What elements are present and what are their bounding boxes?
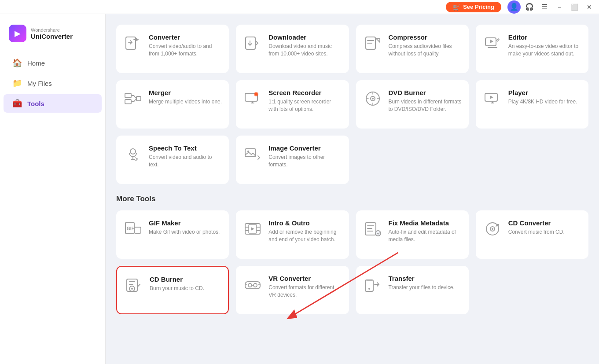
logo-area: ▶ Wondershare UniConverter xyxy=(0,21,105,53)
home-icon: 🏠 xyxy=(12,58,22,68)
fix-media-metadata-desc: Auto-fix and edit metadata of media file… xyxy=(389,228,462,243)
player-desc: Play 4K/8K HD video for free. xyxy=(508,98,577,106)
myfiles-icon: 📁 xyxy=(12,78,22,88)
intro-outro-name: Intro & Outro xyxy=(268,219,342,227)
main-content: Converter Convert video/audio to and fro… xyxy=(106,14,599,325)
dvd-burner-icon xyxy=(363,89,382,108)
svg-rect-22 xyxy=(135,227,141,233)
intro-outro-icon xyxy=(243,219,262,239)
tool-card-intro-outro[interactable]: Intro & Outro Add or remove the beginnin… xyxy=(236,210,349,259)
svg-point-17 xyxy=(130,149,136,154)
transfer-name: Transfer xyxy=(389,275,455,282)
more-tools-grid: GIF GIF Maker Make Gif with video or pho… xyxy=(116,210,588,314)
vr-converter-desc: Convert formats for different VR devices… xyxy=(268,284,342,299)
gif-maker-desc: Make Gif with video or photos. xyxy=(149,228,220,236)
tool-card-transfer[interactable]: Transfer Transfer your files to device. xyxy=(356,266,469,314)
tools-grid-row2: Speech To Text Convert video and audio t… xyxy=(116,136,588,184)
compressor-name: Compressor xyxy=(389,33,462,41)
dvd-burner-name: DVD Burner xyxy=(389,89,462,96)
sidebar: ▶ Wondershare UniConverter 🏠 Home 📁 My F… xyxy=(0,14,106,364)
tool-card-cd-converter[interactable]: CD Converter Convert music from CD. xyxy=(476,210,588,259)
vr-converter-icon xyxy=(243,275,262,294)
tool-card-dvd-burner[interactable]: DVD Burner Burn videos in different form… xyxy=(356,80,469,129)
tool-card-editor[interactable]: Editor An easy-to-use video editor to ma… xyxy=(476,25,588,73)
svg-point-14 xyxy=(372,98,374,99)
tool-card-downloader[interactable]: Downloader Download video and music from… xyxy=(236,25,349,73)
tool-card-converter[interactable]: Converter Convert video/audio to and fro… xyxy=(116,25,229,73)
svg-rect-7 xyxy=(125,99,131,104)
converter-desc: Convert video/audio to and from 1,000+ f… xyxy=(149,43,222,58)
cd-converter-desc: Convert music from CD. xyxy=(508,228,565,236)
brand-name: Wondershare xyxy=(31,27,73,33)
sidebar-item-tools-label: Tools xyxy=(27,100,44,107)
menu-button[interactable]: ☰ xyxy=(538,1,551,13)
minimize-button[interactable]: − xyxy=(553,1,566,13)
image-converter-name: Image Converter xyxy=(268,144,342,152)
cd-converter-icon xyxy=(483,219,502,239)
main-wrapper: Converter Convert video/audio to and fro… xyxy=(106,14,599,364)
close-button[interactable]: ✕ xyxy=(583,1,595,13)
tool-card-vr-converter[interactable]: VR Converter Convert formats for differe… xyxy=(236,266,349,314)
editor-icon xyxy=(483,33,502,53)
empty-col-4 xyxy=(476,136,588,184)
cd-converter-name: CD Converter xyxy=(508,219,565,227)
svg-point-32 xyxy=(131,288,133,290)
intro-outro-desc: Add or remove the beginning and end of y… xyxy=(268,228,342,243)
merger-desc: Merge multiple videos into one. xyxy=(149,98,222,106)
compressor-icon xyxy=(363,33,382,53)
tool-card-screen-recorder[interactable]: Screen Recorder 1:1 quality screen recor… xyxy=(236,80,349,129)
svg-point-37 xyxy=(368,288,370,290)
transfer-desc: Transfer your files to device. xyxy=(389,284,455,291)
svg-marker-3 xyxy=(376,39,380,42)
sidebar-item-myfiles[interactable]: 📁 My Files xyxy=(4,74,102,92)
svg-marker-16 xyxy=(490,96,493,99)
image-converter-desc: Convert images to other formats. xyxy=(268,154,342,169)
see-pricing-button[interactable]: 🛒 See Pricing xyxy=(446,2,501,12)
user-icon: 👤 xyxy=(510,3,518,11)
converter-name: Converter xyxy=(149,33,222,41)
svg-rect-1 xyxy=(246,37,255,49)
fix-media-metadata-icon xyxy=(363,219,382,239)
tools-icon: 🧰 xyxy=(12,99,22,108)
cart-icon: 🛒 xyxy=(453,4,460,11)
svg-point-26 xyxy=(375,231,381,236)
tool-card-gif-maker[interactable]: GIF GIF Maker Make Gif with video or pho… xyxy=(116,210,229,259)
tool-card-fix-media-metadata[interactable]: Fix Media Metadata Auto-fix and edit met… xyxy=(356,210,469,259)
speech-to-text-icon xyxy=(123,144,143,164)
sidebar-item-tools[interactable]: 🧰 Tools xyxy=(4,94,102,113)
speech-to-text-desc: Convert video and audio to text. xyxy=(149,154,222,169)
tool-card-image-converter[interactable]: Image Converter Convert images to other … xyxy=(236,136,349,184)
titlebar: 🛒 See Pricing 👤 🎧 ☰ − ⬜ ✕ xyxy=(0,0,599,14)
maximize-button[interactable]: ⬜ xyxy=(568,1,581,13)
support-button[interactable]: 🎧 xyxy=(523,1,536,13)
downloader-name: Downloader xyxy=(268,33,342,41)
downloader-desc: Download video and music from 10,000+ vi… xyxy=(268,43,342,58)
svg-point-34 xyxy=(248,283,252,287)
sidebar-item-myfiles-label: My Files xyxy=(27,80,52,87)
gif-maker-name: GIF Maker xyxy=(149,219,220,227)
svg-rect-6 xyxy=(125,93,131,98)
svg-point-35 xyxy=(254,283,257,287)
headset-icon: 🎧 xyxy=(525,3,534,11)
empty-more-tools xyxy=(476,266,588,314)
tool-card-merger[interactable]: Merger Merge multiple videos into one. xyxy=(116,80,229,129)
tool-card-compressor[interactable]: Compressor Compress audio/video files wi… xyxy=(356,25,469,73)
tool-card-speech-to-text[interactable]: Speech To Text Convert video and audio t… xyxy=(116,136,229,184)
tool-card-cd-burner[interactable]: CD Burner Burn your music to CD. xyxy=(116,266,229,314)
screen-recorder-desc: 1:1 quality screen recorder with lots of… xyxy=(268,98,342,113)
editor-desc: An easy-to-use video editor to make your… xyxy=(508,43,581,58)
svg-text:GIF: GIF xyxy=(127,226,134,231)
cd-burner-icon xyxy=(124,276,143,295)
cd-burner-name: CD Burner xyxy=(150,276,204,283)
sidebar-item-home[interactable]: 🏠 Home xyxy=(4,54,102,72)
image-converter-icon xyxy=(243,144,262,164)
svg-point-11 xyxy=(255,93,257,96)
screen-recorder-icon xyxy=(243,89,262,108)
downloader-icon xyxy=(243,33,262,53)
gif-maker-icon: GIF xyxy=(123,219,143,239)
svg-rect-8 xyxy=(136,96,141,101)
tool-card-player[interactable]: Player Play 4K/8K HD video for free. xyxy=(476,80,588,129)
empty-col-3 xyxy=(356,136,469,184)
converter-icon xyxy=(123,33,143,53)
user-account-button[interactable]: 👤 xyxy=(507,0,521,14)
